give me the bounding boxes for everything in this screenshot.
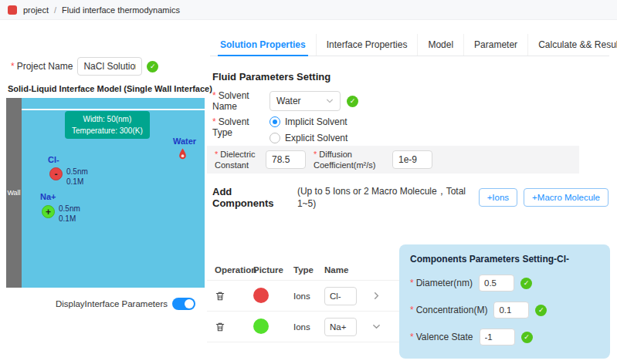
diffusion-input[interactable] <box>392 150 432 169</box>
col-operation: Operation <box>207 265 253 275</box>
col-name: Name <box>324 265 372 275</box>
tab-bar: Solution Properties Interface Properties… <box>210 34 609 56</box>
radio-explicit-solvent[interactable]: Explicit Solvent <box>270 133 347 143</box>
radio-implicit-solvent[interactable]: Implicit Solvent <box>270 116 347 127</box>
top-bar: project / Fluid interface thermodynamics <box>0 0 617 20</box>
tab-parameter[interactable]: Parameter <box>463 34 527 56</box>
diameter-row: Diameter(nm) ✓ <box>410 275 599 292</box>
app-logo-icon <box>8 5 17 15</box>
radio-selected-icon <box>270 116 280 127</box>
add-macro-molecule-button[interactable]: +Macro Molecule <box>524 188 609 207</box>
diffusion-label: Diffusion Coefficient(m²/s) <box>314 149 385 171</box>
badge-temperature: Temperature: 300(K) <box>72 125 143 136</box>
solvent-name-value: Water <box>276 96 301 106</box>
app-window: project / Fluid interface thermodynamics… <box>0 0 617 364</box>
ion-cl-picture <box>253 288 269 303</box>
table-row-cl: Ions <box>207 281 400 312</box>
row-na-name-input[interactable] <box>324 318 357 336</box>
ion-na-concentration: 0.1M <box>59 214 76 223</box>
ion-cl-concentration: 0.1M <box>66 177 83 186</box>
breadcrumb-separator: / <box>54 5 56 15</box>
radio-explicit-label: Explicit Solvent <box>285 133 347 143</box>
wall: Wall <box>6 98 22 288</box>
solvent-name-valid-icon: ✓ <box>347 96 358 107</box>
delete-icon[interactable] <box>207 322 253 332</box>
table-header-row: Operation Picture Type Name <box>207 259 400 281</box>
ion-na-picture <box>253 318 269 334</box>
model-title: Solid-Liquid Interface Model (Single Wal… <box>8 84 212 93</box>
valence-valid-icon: ✓ <box>521 332 533 343</box>
concentration-row: Concentration(M) ✓ <box>410 302 599 318</box>
display-interface-label: DisplayInterface Parameters <box>56 299 168 308</box>
model-diagram: Wall Width: 50(nm) Temperature: 300(K) W… <box>6 98 205 288</box>
ion-cl-circle: - <box>49 167 63 180</box>
chevron-down-icon <box>326 97 334 105</box>
tab-model[interactable]: Model <box>417 34 463 56</box>
solvent-name-select[interactable]: Water <box>270 91 341 111</box>
solvent-name-row: Solvent Name Water ✓ <box>212 90 358 112</box>
valence-input[interactable] <box>480 329 515 345</box>
water-droplet-icon <box>178 148 188 160</box>
concentration-label: Concentration(M) <box>410 305 487 315</box>
diameter-label: Diameter(nm) <box>410 278 473 288</box>
radio-implicit-label: Implicit Solvent <box>285 116 347 127</box>
col-type: Type <box>293 265 324 275</box>
project-name-label: Project Name <box>11 61 73 72</box>
valence-label: Valence State <box>410 332 473 342</box>
solvent-name-label: Solvent Name <box>212 90 263 112</box>
ion-na-label: Na+ <box>40 192 56 201</box>
badge-width: Width: 50(nm) <box>72 113 143 125</box>
breadcrumb-page: Fluid interface thermodynamics <box>62 5 180 15</box>
col-picture: Picture <box>253 265 293 275</box>
add-components-title: Add Components <box>212 186 290 209</box>
panel-title: Components Parameters Setting-Cl- <box>410 254 599 265</box>
concentration-input[interactable] <box>493 302 529 318</box>
wall-label: Wall <box>7 189 20 197</box>
delete-icon[interactable] <box>207 291 253 302</box>
radio-unselected-icon <box>270 133 280 143</box>
solvent-type-options: Implicit Solvent Explicit Solvent <box>270 116 347 143</box>
display-interface-toggle[interactable] <box>172 298 195 310</box>
project-name-input[interactable] <box>77 57 142 76</box>
dielectric-label: Dielectric Constant <box>215 149 258 171</box>
add-components-row: Add Components (Up to 5 Ions or 2 Macro … <box>212 185 609 209</box>
add-ions-button[interactable]: +Ions <box>479 188 517 207</box>
fluid-params-title: Fluid Parameters Setting <box>212 71 331 83</box>
dielectric-input[interactable] <box>266 150 306 169</box>
water-label: Water <box>173 136 196 146</box>
ion-cl-size: 0.5nm <box>66 167 88 176</box>
project-name-row: Project Name ✓ <box>11 57 158 76</box>
size-temperature-badge: Width: 50(nm) Temperature: 300(K) <box>65 111 150 139</box>
breadcrumb-project[interactable]: project <box>23 5 49 15</box>
components-table: Operation Picture Type Name Ions Ions <box>207 259 400 342</box>
display-interface-row: DisplayInterface Parameters <box>6 298 205 310</box>
interface-line <box>22 109 205 110</box>
row-cl-type: Ions <box>293 292 324 301</box>
project-name-valid-icon: ✓ <box>147 61 158 72</box>
ion-cl-label: Cl- <box>48 155 59 164</box>
tab-solution-properties[interactable]: Solution Properties <box>210 34 316 56</box>
row-cl-name-input[interactable] <box>324 287 357 305</box>
table-row-na: Ions <box>207 312 400 342</box>
diameter-input[interactable] <box>479 275 514 292</box>
components-params-panel: Components Parameters Setting-Cl- Diamet… <box>399 244 610 359</box>
dielectric-diffusion-band: Dielectric Constant Diffusion Coefficien… <box>207 146 579 174</box>
solvent-type-row: Solvent Type Implicit Solvent Explicit S… <box>212 116 347 143</box>
valence-row: Valence State ✓ <box>410 329 599 345</box>
concentration-valid-icon: ✓ <box>535 305 547 316</box>
chevron-down-icon[interactable] <box>372 322 395 331</box>
add-components-hint: (Up to 5 Ions or 2 Macro Molecule，Total … <box>297 185 473 209</box>
ion-na-circle: + <box>42 205 55 218</box>
row-na-type: Ions <box>293 322 324 332</box>
tab-calculate-results[interactable]: Calculate && Results <box>527 34 617 56</box>
ion-na-size: 0.5nm <box>59 204 80 213</box>
chevron-right-icon[interactable] <box>372 292 395 300</box>
breadcrumb: project / Fluid interface thermodynamics <box>23 5 180 15</box>
solvent-type-label: Solvent Type <box>212 116 263 143</box>
diameter-valid-icon: ✓ <box>520 278 532 289</box>
tab-interface-properties[interactable]: Interface Properties <box>316 34 418 56</box>
